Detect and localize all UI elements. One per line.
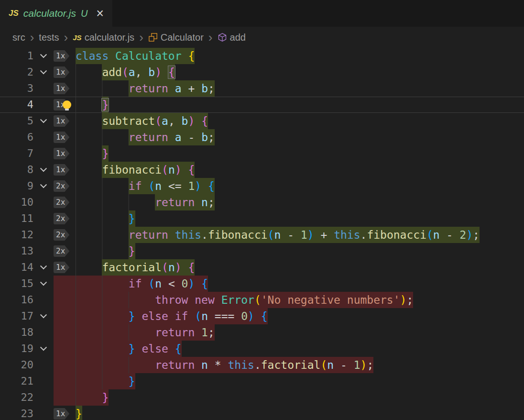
code-text[interactable]: } bbox=[76, 243, 524, 259]
code-text[interactable]: return n; bbox=[76, 194, 524, 210]
code-text[interactable]: class Calculator { bbox=[76, 48, 524, 64]
line-number[interactable]: 19 bbox=[0, 341, 33, 357]
line-number[interactable]: 12 bbox=[0, 227, 33, 243]
coverage-hit-highlight: return a - b; bbox=[129, 129, 215, 145]
code-text[interactable]: add(a, b) { bbox=[76, 64, 524, 80]
code-text[interactable]: return n * this.factorial(n - 1); bbox=[76, 357, 524, 373]
code-token: { bbox=[188, 164, 195, 176]
fold-chevron[interactable] bbox=[33, 48, 54, 64]
line-number[interactable]: 13 bbox=[0, 243, 33, 259]
coverage-hit-highlight: } bbox=[102, 145, 109, 162]
coverage-gutter bbox=[54, 373, 76, 389]
git-untracked-badge: U bbox=[81, 8, 87, 19]
coverage-badge: 1x bbox=[54, 115, 69, 127]
line-number[interactable]: 1 bbox=[0, 48, 33, 64]
code-text[interactable]: factorial(n) { bbox=[76, 259, 524, 276]
indent-whitespace bbox=[76, 210, 129, 227]
line-number[interactable]: 10 bbox=[0, 194, 33, 210]
code-text[interactable]: return a + b; bbox=[76, 80, 524, 97]
code-token: if bbox=[129, 277, 149, 290]
line-number[interactable]: 15 bbox=[0, 276, 33, 292]
fold-chevron[interactable] bbox=[33, 113, 54, 129]
fold-chevron[interactable] bbox=[33, 64, 54, 80]
breadcrumb-item-tests[interactable]: tests bbox=[39, 32, 59, 43]
tab-calculator-js[interactable]: JS calculator.js U × bbox=[0, 0, 112, 27]
close-icon[interactable]: × bbox=[96, 7, 104, 20]
code-text[interactable]: } bbox=[76, 97, 524, 113]
fold-chevron[interactable] bbox=[33, 178, 54, 194]
lightbulb-icon[interactable] bbox=[63, 100, 71, 109]
code-text[interactable]: } bbox=[76, 406, 524, 420]
coverage-gutter bbox=[54, 341, 76, 357]
line-number[interactable]: 14 bbox=[0, 259, 33, 276]
code-text[interactable]: } bbox=[76, 145, 524, 162]
fold-chevron[interactable] bbox=[33, 276, 54, 292]
fold-chevron[interactable] bbox=[33, 162, 54, 178]
code-token: this bbox=[175, 229, 201, 241]
coverage-hit-highlight: add(a, b) { bbox=[102, 64, 175, 80]
line-number[interactable]: 21 bbox=[0, 373, 33, 389]
chevron-down-icon bbox=[40, 279, 47, 286]
code-text[interactable]: } else if (n === 0) { bbox=[76, 308, 524, 324]
code-text[interactable]: } bbox=[76, 210, 524, 227]
code-text[interactable]: fibonacci(n) { bbox=[76, 162, 524, 178]
fold-chevron bbox=[33, 406, 54, 420]
coverage-gutter bbox=[54, 308, 76, 324]
breadcrumb-separator: › bbox=[139, 31, 143, 44]
code-token: n bbox=[155, 277, 168, 290]
line-number[interactable]: 5 bbox=[0, 113, 33, 129]
breadcrumb-item-calculator-js[interactable]: JScalculator.js bbox=[73, 32, 134, 43]
line-number[interactable]: 8 bbox=[0, 162, 33, 178]
line-number[interactable]: 11 bbox=[0, 210, 33, 227]
line-number[interactable]: 22 bbox=[0, 389, 33, 406]
code-token: ) bbox=[400, 294, 407, 306]
line-number[interactable]: 18 bbox=[0, 324, 33, 341]
coverage-miss-highlight: if (n < 0) { bbox=[76, 276, 208, 292]
code-token: n bbox=[327, 359, 340, 371]
line-number[interactable]: 23 bbox=[0, 406, 33, 420]
code-text[interactable]: } bbox=[76, 373, 524, 389]
code-token: } bbox=[102, 147, 109, 160]
code-token: factorial bbox=[102, 261, 162, 274]
line-number[interactable]: 16 bbox=[0, 292, 33, 308]
line-number[interactable]: 9 bbox=[0, 178, 33, 194]
line-number[interactable]: 17 bbox=[0, 308, 33, 324]
code-token: , bbox=[168, 115, 182, 127]
line-number[interactable]: 2 bbox=[0, 64, 33, 80]
code-token: } bbox=[76, 408, 82, 420]
code-text[interactable]: if (n <= 1) { bbox=[76, 178, 524, 194]
code-text[interactable]: if (n < 0) { bbox=[76, 276, 524, 292]
fold-chevron[interactable] bbox=[33, 341, 54, 357]
breadcrumb-label: add bbox=[230, 32, 246, 43]
code-token: ( bbox=[162, 261, 168, 274]
line-number[interactable]: 4 bbox=[0, 97, 33, 113]
coverage-hit-highlight: factorial(n) { bbox=[102, 259, 195, 276]
line-number[interactable]: 3 bbox=[0, 80, 33, 97]
code-text[interactable]: } else { bbox=[76, 341, 524, 357]
code-text[interactable]: return a - b; bbox=[76, 129, 524, 145]
fold-chevron[interactable] bbox=[33, 308, 54, 324]
breadcrumb-item-calculator[interactable]: Calculator bbox=[148, 32, 204, 43]
js-icon: JS bbox=[73, 33, 81, 42]
code-text[interactable]: subtract(a, b) { bbox=[76, 113, 524, 129]
breadcrumb-item-src[interactable]: src bbox=[12, 32, 25, 43]
fold-chevron[interactable] bbox=[33, 259, 54, 276]
coverage-miss-highlight: } bbox=[76, 373, 135, 389]
code-token: 1 bbox=[301, 229, 307, 241]
line-number[interactable]: 6 bbox=[0, 129, 33, 145]
line-number[interactable]: 7 bbox=[0, 145, 33, 162]
breadcrumb-item-add[interactable]: add bbox=[218, 32, 246, 43]
code-token: a bbox=[162, 115, 168, 127]
code-token: ; bbox=[208, 326, 215, 339]
code-token: ( bbox=[148, 277, 155, 290]
coverage-badge: 1x bbox=[54, 408, 69, 420]
code-token: < bbox=[168, 277, 182, 290]
code-line: 141x factorial(n) { bbox=[0, 259, 524, 276]
code-text[interactable]: throw new Error('No negative numbers'); bbox=[76, 292, 524, 308]
code-text[interactable]: return this.fibonacci(n - 1) + this.fibo… bbox=[76, 227, 524, 243]
coverage-badge: 1x bbox=[54, 148, 69, 159]
code-text[interactable]: } bbox=[76, 389, 524, 406]
coverage-gutter: 1x bbox=[54, 113, 76, 129]
code-text[interactable]: return 1; bbox=[76, 324, 524, 341]
line-number[interactable]: 20 bbox=[0, 357, 33, 373]
